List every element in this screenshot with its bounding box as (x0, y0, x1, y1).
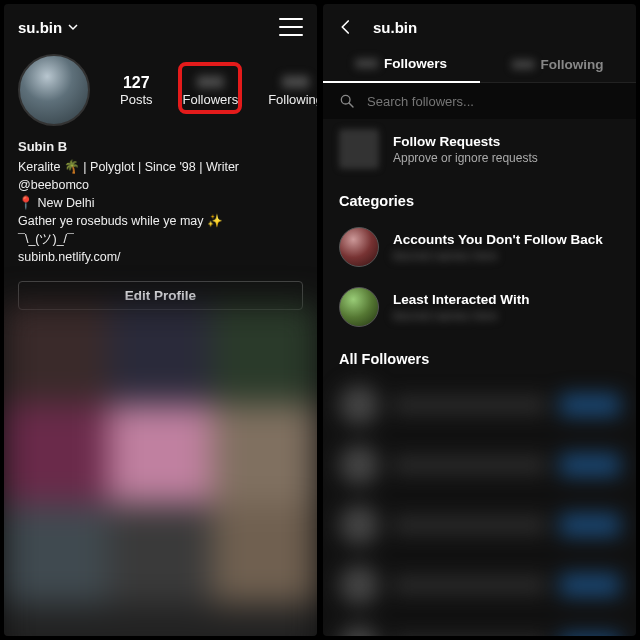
stat-posts-label: Posts (120, 92, 153, 107)
menu-icon[interactable] (279, 18, 303, 36)
search-input[interactable] (367, 94, 620, 109)
bio-line: ¯\_(ツ)_/¯ (18, 230, 303, 248)
bio-link[interactable]: subinb.netlify.com/ (18, 248, 303, 266)
stat-followers-label: Followers (183, 92, 239, 107)
username-selector[interactable]: su.bin (18, 19, 78, 36)
follow-requests-row[interactable]: Follow Requests Approve or ignore reques… (323, 119, 636, 179)
category-title: Accounts You Don't Follow Back (393, 232, 603, 247)
tab-followers[interactable]: 000 Followers (323, 46, 480, 83)
stat-following[interactable]: 000 Following (268, 74, 317, 107)
tab-following-label: Following (541, 57, 604, 72)
profile-summary-row: 127 Posts 000 Followers 000 Following (4, 46, 317, 132)
bio-line: 📍 New Delhi (18, 194, 303, 212)
followers-header-title: su.bin (373, 19, 417, 36)
list-item[interactable] (339, 375, 620, 435)
category-avatar (339, 287, 379, 327)
bio-block: Subin B Keralite 🌴 | Polyglot | Since '9… (4, 132, 317, 277)
category-title: Least Interacted With (393, 292, 529, 307)
category-least-interacted[interactable]: Least Interacted With blurred names here (323, 277, 636, 337)
username-text: su.bin (18, 19, 62, 36)
followers-header: su.bin (323, 4, 636, 46)
profile-header: su.bin (4, 4, 317, 46)
stat-following-count: 000 (268, 74, 317, 92)
category-sub-blurred: blurred names here (393, 249, 603, 263)
profile-screen: su.bin 127 Posts 000 Followers (4, 4, 317, 636)
bio-line: Keralite 🌴 | Polyglot | Since '98 | Writ… (18, 158, 303, 194)
list-item[interactable] (339, 615, 620, 636)
stat-posts[interactable]: 127 Posts (120, 74, 153, 107)
all-followers-heading: All Followers (323, 337, 636, 375)
stat-followers[interactable]: 000 Followers (183, 74, 239, 107)
follow-requests-thumb (339, 129, 379, 169)
avatar[interactable] (18, 54, 90, 126)
stat-followers-count: 000 (183, 74, 239, 92)
list-item[interactable] (339, 555, 620, 615)
list-item[interactable] (339, 435, 620, 495)
stats-row: 127 Posts 000 Followers 000 Following (120, 74, 317, 107)
all-followers-list-blurred (323, 375, 636, 636)
posts-grid-blurred (4, 304, 317, 636)
followers-screen: su.bin 000 Followers 000 Following Follo… (323, 4, 636, 636)
list-item[interactable] (339, 495, 620, 555)
chevron-down-icon (68, 22, 78, 32)
category-not-following-back[interactable]: Accounts You Don't Follow Back blurred n… (323, 217, 636, 277)
follow-requests-sub: Approve or ignore requests (393, 151, 538, 165)
categories-heading: Categories (323, 179, 636, 217)
tab-followers-label: Followers (384, 56, 447, 71)
category-sub-blurred: blurred names here (393, 309, 529, 323)
search-row[interactable] (323, 83, 636, 119)
back-arrow-icon[interactable] (337, 18, 355, 36)
tab-following[interactable]: 000 Following (480, 46, 637, 83)
follow-tabs: 000 Followers 000 Following (323, 46, 636, 83)
stat-posts-count: 127 (120, 74, 153, 92)
follow-requests-title: Follow Requests (393, 134, 538, 149)
bio-name: Subin B (18, 138, 303, 157)
bio-line: Gather ye rosebuds while ye may ✨ (18, 212, 303, 230)
tab-following-count: 000 (512, 57, 535, 72)
tab-followers-count: 000 (355, 56, 378, 71)
stat-following-label: Following (268, 92, 317, 107)
search-icon (339, 93, 355, 109)
category-avatar (339, 227, 379, 267)
